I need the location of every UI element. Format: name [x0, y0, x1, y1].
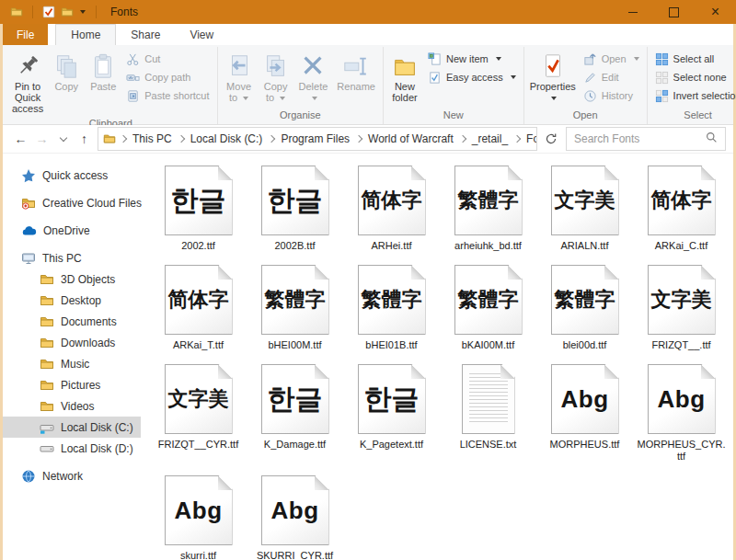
sidebar-item-network[interactable]: Network [3, 465, 141, 486]
sidebar-item-desktop[interactable]: Desktop [3, 290, 141, 311]
sidebar-item-local-disk-c[interactable]: Local Disk (C:) [3, 417, 141, 438]
close-button[interactable]: × [695, 0, 736, 24]
breadcrumb-item-local-disk-c[interactable]: Local Disk (C:) [187, 132, 267, 145]
breadcrumb-item-world-of-warcraft[interactable]: World of Warcraft [364, 132, 457, 145]
sidebar-item-documents[interactable]: Documents [3, 311, 141, 332]
button-label: Copy [54, 81, 78, 92]
file-bkai00m-ttf[interactable]: 繁體字bKAI00M.ttf [443, 265, 535, 351]
delete-button[interactable]: Delete [294, 48, 333, 106]
maximize-button[interactable] [653, 0, 695, 24]
new-item-button[interactable]: New item [423, 50, 521, 68]
font-file-icon: 简体字 [358, 166, 426, 235]
open-button[interactable]: Open [579, 50, 644, 68]
sidebar-item-local-disk-d[interactable]: Local Disk (D:) [3, 438, 141, 459]
breadcrumb-item-program-files[interactable]: Program Files [277, 132, 353, 145]
breadcrumb-item-this-pc[interactable]: This PC [129, 132, 176, 145]
sidebar-item-music[interactable]: Music [3, 353, 141, 374]
back-button[interactable]: ← [10, 129, 31, 149]
pin-to-quick-access-button[interactable]: Pin to Quick access [7, 48, 48, 117]
file-blei00d-ttf[interactable]: 繁體字blei00d.ttf [539, 265, 631, 351]
file-frizqt-ttf[interactable]: 文字美FRIZQT__.ttf [636, 265, 728, 351]
search-icon[interactable] [706, 131, 718, 147]
up-button[interactable]: ↑ [74, 129, 95, 149]
file-skurri-cyr-ttf[interactable]: AbgSKURRI_CYR.ttf [249, 475, 341, 560]
breadcrumb-separator-icon[interactable] [353, 136, 364, 142]
copy-path-button[interactable]: Copy path [121, 68, 213, 86]
tab-file[interactable]: File [3, 24, 48, 45]
button-label: New item [446, 53, 489, 64]
file-skurri-ttf[interactable]: Abgskurri.ttf [153, 475, 245, 560]
breadcrumb-separator-icon[interactable] [457, 136, 468, 142]
sidebar-item-videos[interactable]: Videos [3, 395, 141, 417]
file-license-txt[interactable]: LICENSE.txt [443, 364, 535, 463]
tab-home[interactable]: Home [55, 24, 116, 45]
file-k-pagetext-ttf[interactable]: 한글K_Pagetext.ttf [346, 364, 438, 463]
pc-icon [21, 251, 36, 266]
sidebar-item-this-pc[interactable]: This PC [3, 247, 141, 269]
rename-button[interactable]: Rename [332, 48, 380, 95]
file-morpheus-ttf[interactable]: AbgMORPHEUS.ttf [539, 364, 631, 463]
file-bhei01b-ttf[interactable]: 繁體字bHEI01B.ttf [346, 265, 438, 351]
file-arheiuhk-bd-ttf[interactable]: 繁體字arheiuhk_bd.ttf [443, 166, 535, 252]
copy-icon [52, 51, 80, 81]
file-morpheus-cyr-ttf[interactable]: AbgMORPHEUS_CYR.ttf [636, 364, 728, 463]
forward-button[interactable]: → [31, 129, 52, 149]
history-button[interactable]: History [579, 86, 644, 105]
sidebar-item-quick-access[interactable]: Quick access [3, 165, 141, 186]
breadcrumb-item-fonts[interactable]: Fonts [523, 132, 537, 145]
file-arkai-t-ttf[interactable]: 简体字ARKai_T.ttf [153, 265, 245, 351]
select-none-button[interactable]: Select none [650, 68, 736, 86]
copy-button[interactable]: Copy [48, 48, 85, 95]
file-arkai-c-ttf[interactable]: 简体字ARKai_C.ttf [636, 166, 728, 252]
folder-icon [40, 399, 54, 414]
qat-customize-chevron-icon[interactable] [80, 10, 86, 14]
file-2002b-ttf[interactable]: 한글2002B.ttf [249, 166, 341, 252]
tab-view[interactable]: View [175, 24, 228, 45]
breadcrumb-separator-icon[interactable] [266, 136, 277, 142]
font-file-icon: 繁體字 [261, 265, 329, 335]
recent-locations-chevron[interactable] [52, 129, 74, 149]
button-label: Edit [602, 72, 619, 83]
file-name: arheiuhk_bd.ttf [454, 240, 522, 252]
sidebar-item-onedrive[interactable]: OneDrive [3, 220, 141, 241]
file-k-damage-ttf[interactable]: 한글K_Damage.ttf [249, 364, 341, 463]
file-2002-ttf[interactable]: 한글2002.ttf [153, 166, 245, 252]
sidebar-item-creative-cloud-files[interactable]: Creative Cloud Files [3, 192, 141, 213]
cut-button[interactable]: Cut [121, 50, 213, 68]
copy-to-button[interactable]: Copy to [258, 48, 294, 106]
sidebar-item-3d-objects[interactable]: 3D Objects [3, 269, 141, 290]
window-controls: × [612, 0, 736, 24]
edit-button[interactable]: Edit [579, 68, 644, 86]
invert-selection-button[interactable]: Invert selection [650, 86, 736, 105]
chevron-right-icon [268, 135, 275, 143]
breadcrumb-separator-icon[interactable] [512, 136, 523, 142]
easy-access-button[interactable]: Easy access [423, 68, 521, 86]
file-arialn-ttf[interactable]: 文字美ARIALN.ttf [539, 166, 631, 252]
file-frizqt-cyr-ttf[interactable]: 文字美FRIZQT__CYR.ttf [153, 364, 245, 463]
file-arhei-ttf[interactable]: 简体字ARHei.ttf [346, 166, 438, 252]
qat-properties-button[interactable] [40, 3, 58, 21]
search-box[interactable] [566, 127, 726, 151]
tab-share[interactable]: Share [116, 24, 175, 45]
breadcrumb-item-retail[interactable]: _retail_ [468, 132, 512, 145]
breadcrumb-separator-icon[interactable] [118, 136, 129, 142]
properties-button[interactable]: Properties [527, 48, 579, 106]
ribbon-group-label: Organise [221, 109, 380, 124]
paste-button[interactable]: Paste [85, 48, 121, 95]
file-bhei00m-ttf[interactable]: 繁體字bHEI00M.ttf [249, 265, 341, 351]
folder-icon [40, 314, 54, 329]
paste-shortcut-button[interactable]: Paste shortcut [121, 86, 213, 105]
qat-new-folder-button[interactable] [58, 3, 76, 21]
select-all-button[interactable]: Select all [650, 50, 736, 68]
move-to-button[interactable]: Move to [221, 48, 258, 106]
sidebar-item-downloads[interactable]: Downloads [3, 332, 141, 353]
new-folder-button[interactable]: New folder [386, 48, 423, 106]
address-box[interactable]: This PCLocal Disk (C:)Program FilesWorld… [98, 127, 537, 151]
breadcrumb-separator-icon[interactable] [176, 136, 187, 142]
font-glyph-preview: 繁體字 [458, 286, 519, 314]
sidebar-item-pictures[interactable]: Pictures [3, 374, 141, 395]
minimize-button[interactable] [612, 0, 653, 24]
refresh-button[interactable] [540, 129, 562, 149]
font-glyph-preview: 한글 [268, 381, 323, 418]
search-input[interactable] [567, 132, 706, 145]
